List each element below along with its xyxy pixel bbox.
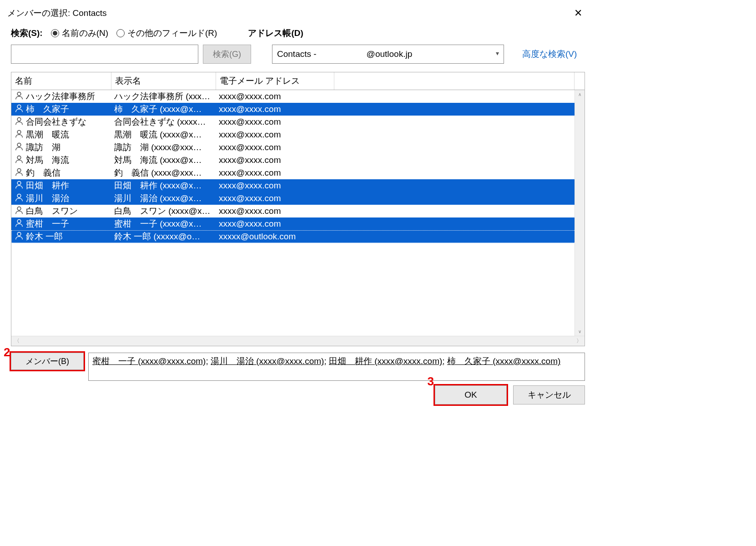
col-display[interactable]: 表示名: [111, 72, 216, 90]
members-field[interactable]: 蜜柑 一子 (xxxx@xxxx.com); 湯川 湯治 (xxxx@xxxx.…: [88, 353, 585, 381]
scroll-right-icon[interactable]: 〉: [576, 337, 582, 345]
table-row[interactable]: 鈴木 一郎鈴木 一郎 (xxxxx@o…xxxxx@outlook.com: [11, 230, 585, 243]
table-row[interactable]: ハック法律事務所ハック法律事務所 (xxx…xxxx@xxxx.com: [11, 90, 585, 103]
titlebar: メンバーの選択: Contacts ✕: [5, 5, 591, 25]
svg-point-6: [17, 168, 21, 172]
search-label: 検索(S):: [11, 27, 43, 39]
row-name: ハック法律事務所: [26, 91, 95, 102]
table-row[interactable]: 黒潮 暖流黒潮 暖流 (xxxx@x…xxxx@xxxx.com: [11, 128, 585, 141]
row-display: 釣 義信 (xxxx@xxx…: [113, 167, 218, 179]
table-row[interactable]: 湯川 湯治湯川 湯治 (xxxx@x…xxxx@xxxx.com: [11, 192, 585, 205]
ok-button[interactable]: OK: [435, 385, 507, 404]
person-icon: [14, 91, 24, 103]
row-name: 柿 久家子: [26, 103, 69, 115]
row-email: xxxx@xxxx.com: [218, 193, 582, 203]
radio-name-only[interactable]: 名前のみ(N): [51, 27, 108, 39]
col-name[interactable]: 名前: [11, 72, 111, 90]
scrollbar-horizontal[interactable]: 〈 〉: [11, 336, 585, 346]
row-name: 鈴木 一郎: [26, 231, 63, 243]
select-members-dialog: メンバーの選択: Contacts ✕ 検索(S): 名前のみ(N) その他のフ…: [5, 5, 591, 409]
row-email: xxxx@xxxx.com: [218, 219, 582, 229]
person-icon: [14, 218, 24, 230]
person-icon: [14, 154, 24, 167]
col-spacer: [334, 72, 575, 90]
person-icon: [14, 116, 24, 128]
addressbook-suffix: @outlook.jp: [367, 49, 413, 59]
table-row[interactable]: 柿 久家子柿 久家子 (xxxx@x…xxxx@xxxx.com: [11, 103, 585, 116]
search-input[interactable]: [11, 45, 198, 64]
table-row[interactable]: 田畑 耕作田畑 耕作 (xxxx@x…xxxx@xxxx.com: [11, 179, 585, 192]
radio-name-only-label: 名前のみ(N): [62, 27, 108, 39]
row-email: xxxx@xxxx.com: [218, 206, 582, 216]
person-icon: [14, 231, 24, 243]
col-email[interactable]: 電子メール アドレス: [216, 72, 334, 90]
svg-point-7: [17, 181, 21, 185]
table-row[interactable]: 合同会社きずな合同会社きずな (xxxx…xxxx@xxxx.com: [11, 116, 585, 128]
scrollbar-vertical[interactable]: ∧ ∨: [575, 90, 585, 336]
row-display: 白鳥 スワン (xxxx@x…: [113, 205, 218, 217]
scroll-left-icon[interactable]: 〈: [14, 337, 20, 345]
row-display: ハック法律事務所 (xxx…: [113, 91, 218, 102]
row-email: xxxx@xxxx.com: [218, 130, 582, 140]
row-display: 黒潮 暖流 (xxxx@x…: [113, 129, 218, 141]
scroll-up-icon[interactable]: ∧: [578, 92, 581, 97]
row-display: 湯川 湯治 (xxxx@x…: [113, 192, 218, 204]
table-row[interactable]: 蜜柑 一子蜜柑 一子 (xxxx@x…xxxx@xxxx.com: [11, 217, 585, 230]
row-email: xxxx@xxxx.com: [218, 155, 582, 165]
table-row[interactable]: 釣 義信釣 義信 (xxxx@xxx…xxxx@xxxx.com: [11, 167, 585, 179]
radio-icon: [51, 29, 59, 37]
close-icon[interactable]: ✕: [569, 6, 588, 20]
addressbook-select[interactable]: Contacts - @outlook.jp ▾: [272, 45, 504, 64]
radio-other-fields-label: その他のフィールド(R): [127, 27, 217, 39]
advanced-search-link[interactable]: 高度な検索(V): [522, 48, 577, 60]
svg-point-4: [17, 143, 21, 147]
list-body[interactable]: ハック法律事務所ハック法律事務所 (xxx…xxxx@xxxx.com 柿 久家…: [11, 90, 585, 336]
cancel-button[interactable]: キャンセル: [513, 385, 585, 404]
member-entry: 柿 久家子 (xxxx@xxxx.com): [447, 356, 560, 366]
radio-icon: [116, 29, 125, 37]
row-email: xxxx@xxxx.com: [218, 168, 582, 178]
row-display: 合同会社きずな (xxxx…: [113, 116, 218, 128]
row-email: xxxx@xxxx.com: [218, 91, 582, 101]
addressbook-prefix: Contacts -: [277, 49, 317, 59]
row-display: 対馬 海流 (xxxx@x…: [113, 154, 218, 166]
row-name: 田畑 耕作: [26, 180, 69, 192]
addressbook-label: アドレス帳(D): [248, 27, 303, 39]
table-row[interactable]: 白鳥 スワン白鳥 スワン (xxxx@x…xxxx@xxxx.com: [11, 205, 585, 217]
dialog-title: メンバーの選択: Contacts: [7, 7, 107, 19]
row-name: 合同会社きずな: [26, 116, 86, 128]
row-email: xxxx@xxxx.com: [218, 117, 582, 127]
chevron-down-icon: ▾: [496, 50, 499, 57]
svg-point-1: [17, 105, 21, 108]
row-email: xxxx@xxxx.com: [218, 142, 582, 152]
svg-point-11: [17, 232, 21, 236]
row-name: 黒潮 暖流: [26, 129, 69, 141]
row-name: 湯川 湯治: [26, 192, 69, 204]
svg-point-9: [17, 207, 21, 210]
person-icon: [14, 180, 24, 192]
row-name: 釣 義信: [26, 167, 60, 179]
row-name: 対馬 海流: [26, 154, 69, 166]
row-display: 田畑 耕作 (xxxx@x…: [113, 180, 218, 192]
row-email: xxxx@xxxx.com: [218, 181, 582, 191]
row-display: 諏訪 湖 (xxxx@xxx…: [113, 142, 218, 153]
table-row[interactable]: 諏訪 湖諏訪 湖 (xxxx@xxx…xxxx@xxxx.com: [11, 141, 585, 154]
svg-point-3: [17, 130, 21, 134]
radio-other-fields[interactable]: その他のフィールド(R): [116, 27, 217, 39]
members-button[interactable]: メンバー(B): [11, 353, 84, 370]
row-name: 蜜柑 一子: [26, 218, 69, 230]
person-icon: [14, 167, 24, 179]
row-email: xxxxx@outlook.com: [218, 232, 582, 242]
search-button[interactable]: 検索(G): [203, 45, 251, 64]
person-icon: [14, 129, 24, 141]
svg-point-0: [17, 92, 21, 96]
person-icon: [14, 192, 24, 205]
member-entry: 田畑 耕作 (xxxx@xxxx.com): [329, 356, 442, 366]
contact-list: 名前 表示名 電子メール アドレス ハック法律事務所ハック法律事務所 (xxx……: [11, 72, 585, 346]
table-row[interactable]: 対馬 海流対馬 海流 (xxxx@x…xxxx@xxxx.com: [11, 154, 585, 167]
row-display: 鈴木 一郎 (xxxxx@o…: [113, 231, 218, 243]
annotation-number-3: 3: [428, 374, 434, 389]
col-scroll: [575, 72, 585, 90]
row-display: 柿 久家子 (xxxx@x…: [113, 103, 218, 115]
scroll-down-icon[interactable]: ∨: [578, 329, 581, 334]
